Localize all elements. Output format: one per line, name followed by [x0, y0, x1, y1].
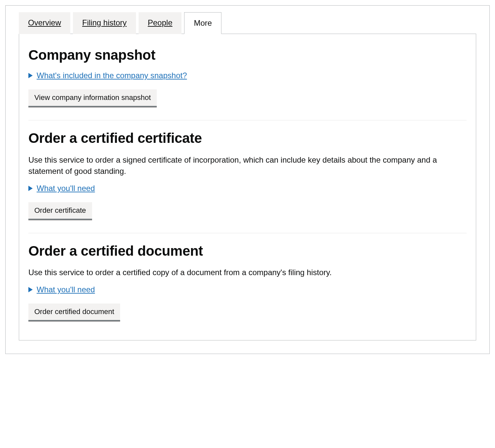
details-certificate-link[interactable]: What you'll need	[37, 184, 95, 193]
details-document-link[interactable]: What you'll need	[37, 285, 95, 294]
chevron-right-icon	[28, 73, 33, 78]
details-snapshot[interactable]: What's included in the company snapshot?	[28, 71, 467, 80]
tab-list: Overview Filing history People More	[19, 12, 476, 34]
chevron-right-icon	[28, 287, 33, 292]
view-snapshot-button[interactable]: View company information snapshot	[28, 89, 157, 107]
para-document: Use this service to order a certified co…	[28, 267, 467, 278]
divider	[28, 233, 467, 233]
heading-certified-document: Order a certified document	[28, 243, 467, 259]
tab-more[interactable]: More	[184, 12, 221, 34]
tab-filing-history[interactable]: Filing history	[73, 12, 136, 34]
tab-people[interactable]: People	[139, 12, 182, 34]
details-snapshot-link[interactable]: What's included in the company snapshot?	[37, 71, 187, 80]
page-frame: Overview Filing history People More Comp…	[5, 5, 490, 354]
chevron-right-icon	[28, 186, 33, 191]
details-document[interactable]: What you'll need	[28, 285, 467, 294]
heading-company-snapshot: Company snapshot	[28, 47, 467, 63]
divider	[28, 120, 467, 120]
tab-overview[interactable]: Overview	[19, 12, 70, 34]
heading-certified-certificate: Order a certified certificate	[28, 130, 467, 146]
para-certificate: Use this service to order a signed certi…	[28, 154, 467, 177]
order-document-button[interactable]: Order certified document	[28, 304, 120, 321]
order-certificate-button[interactable]: Order certificate	[28, 202, 92, 220]
tab-panel-more: Company snapshot What's included in the …	[19, 34, 476, 340]
details-certificate[interactable]: What you'll need	[28, 184, 467, 193]
